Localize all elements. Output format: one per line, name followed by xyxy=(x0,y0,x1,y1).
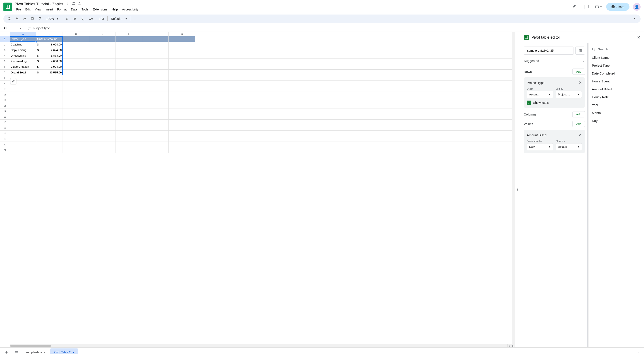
field-project-type[interactable]: Project Type xyxy=(588,62,644,70)
cell[interactable] xyxy=(89,75,116,80)
menu-format[interactable]: Format xyxy=(56,7,68,12)
undo-icon[interactable] xyxy=(14,15,20,22)
cell[interactable] xyxy=(142,81,169,86)
cell-b4[interactable]: $5,873.00 xyxy=(36,53,63,58)
cell[interactable] xyxy=(142,92,169,97)
cell[interactable] xyxy=(169,103,195,108)
row-header-6[interactable]: 6 xyxy=(0,64,10,70)
cell[interactable] xyxy=(116,64,142,70)
more-toolbar-icon[interactable]: ⋮ xyxy=(132,15,140,22)
cell-b5[interactable]: $4,030.00 xyxy=(36,58,63,64)
row-header[interactable]: 9 xyxy=(0,81,10,86)
cell[interactable] xyxy=(36,81,63,86)
cell[interactable] xyxy=(10,147,36,153)
row-header[interactable]: 19 xyxy=(0,136,10,142)
cell[interactable] xyxy=(63,97,89,103)
cell[interactable] xyxy=(142,70,169,75)
col-header-g[interactable]: G xyxy=(169,32,195,36)
side-panel-toggle-icon[interactable]: ‹ xyxy=(634,349,642,354)
cell[interactable] xyxy=(89,142,116,147)
suggested-section[interactable]: Suggested ⌄ xyxy=(524,59,585,65)
field-amount-billed[interactable]: Amount Billed xyxy=(588,85,644,93)
col-header-d[interactable]: D xyxy=(89,32,116,36)
zoom-dropdown[interactable]: 100%▼ xyxy=(44,17,60,20)
cell[interactable] xyxy=(36,97,63,103)
row-header[interactable]: 15 xyxy=(0,114,10,119)
cell-a7[interactable]: Grand Total xyxy=(10,70,36,75)
cell[interactable] xyxy=(63,120,89,125)
row-header-7[interactable]: 7 xyxy=(0,70,10,75)
cell[interactable] xyxy=(63,48,89,53)
row-header-2[interactable]: 2 xyxy=(0,42,10,47)
row-header[interactable]: 12 xyxy=(0,97,10,103)
cell-grid[interactable]: 1 Project Type SUM of Amount 2 Coaching … xyxy=(0,36,515,348)
all-sheets-button[interactable] xyxy=(12,348,21,354)
col-header-e[interactable]: E xyxy=(116,32,142,36)
cell[interactable] xyxy=(142,97,169,103)
cell-a4[interactable]: Ghostwriting xyxy=(10,53,36,58)
cell[interactable] xyxy=(63,142,89,147)
col-header-f[interactable]: F xyxy=(142,32,169,36)
field-year[interactable]: Year xyxy=(588,101,644,109)
row-header-5[interactable]: 5 xyxy=(0,58,10,64)
row-header[interactable]: 17 xyxy=(0,125,10,130)
field-client-name[interactable]: Client Name xyxy=(588,54,644,62)
field-search[interactable]: Search xyxy=(588,46,644,53)
cell[interactable] xyxy=(116,136,142,142)
select-all-corner[interactable] xyxy=(0,32,10,36)
cell[interactable] xyxy=(89,136,116,142)
editor-resize-handle[interactable]: ⋮ xyxy=(515,32,520,348)
tab-menu-icon[interactable]: ▼ xyxy=(44,351,46,354)
cell[interactable] xyxy=(63,136,89,142)
cell[interactable] xyxy=(89,131,116,136)
cell[interactable] xyxy=(89,70,116,75)
row-header-3[interactable]: 3 xyxy=(0,48,10,53)
cell[interactable] xyxy=(36,120,63,125)
cell[interactable] xyxy=(63,81,89,86)
cell[interactable] xyxy=(36,86,63,92)
cell[interactable] xyxy=(10,92,36,97)
horizontal-scrollbar[interactable] xyxy=(10,344,511,348)
cell[interactable] xyxy=(142,53,169,58)
cell[interactable] xyxy=(116,42,142,47)
select-range-icon[interactable] xyxy=(576,46,585,55)
menu-insert[interactable]: Insert xyxy=(44,7,55,12)
cell[interactable] xyxy=(142,125,169,130)
menu-view[interactable]: View xyxy=(33,7,43,12)
star-icon[interactable]: ☆ xyxy=(66,2,69,6)
cell[interactable] xyxy=(169,114,195,119)
cell[interactable] xyxy=(89,120,116,125)
paint-format-icon[interactable] xyxy=(37,15,44,22)
col-header-a[interactable]: A xyxy=(10,32,36,36)
cell[interactable] xyxy=(89,36,116,42)
cell[interactable] xyxy=(10,103,36,108)
cell[interactable] xyxy=(89,86,116,92)
cell-b6[interactable]: $9,994.00 xyxy=(36,64,63,70)
cell[interactable] xyxy=(169,64,195,70)
print-icon[interactable] xyxy=(29,15,36,22)
order-dropdown[interactable]: Ascen…▼ xyxy=(527,91,553,98)
col-header-c[interactable]: C xyxy=(63,32,89,36)
cell[interactable] xyxy=(142,120,169,125)
vertical-scrollbar[interactable] xyxy=(512,32,515,344)
row-header[interactable]: 8 xyxy=(0,75,10,80)
row-header[interactable]: 14 xyxy=(0,108,10,114)
cell[interactable] xyxy=(169,58,195,64)
cell[interactable] xyxy=(63,103,89,108)
search-menus-icon[interactable] xyxy=(6,15,13,22)
cell[interactable] xyxy=(142,147,169,153)
move-icon[interactable] xyxy=(72,2,75,6)
cell[interactable] xyxy=(36,136,63,142)
cell[interactable] xyxy=(169,75,195,80)
cell[interactable] xyxy=(89,81,116,86)
redo-icon[interactable] xyxy=(21,15,28,22)
cell[interactable] xyxy=(142,142,169,147)
cell[interactable] xyxy=(36,131,63,136)
row-header[interactable]: 10 xyxy=(0,86,10,92)
cell[interactable] xyxy=(169,70,195,75)
menu-accessibility[interactable]: Accessibility xyxy=(120,7,140,12)
cell[interactable] xyxy=(63,114,89,119)
showas-dropdown[interactable]: Default▼ xyxy=(556,143,582,150)
row-header-4[interactable]: 4 xyxy=(0,53,10,58)
cell[interactable] xyxy=(116,114,142,119)
